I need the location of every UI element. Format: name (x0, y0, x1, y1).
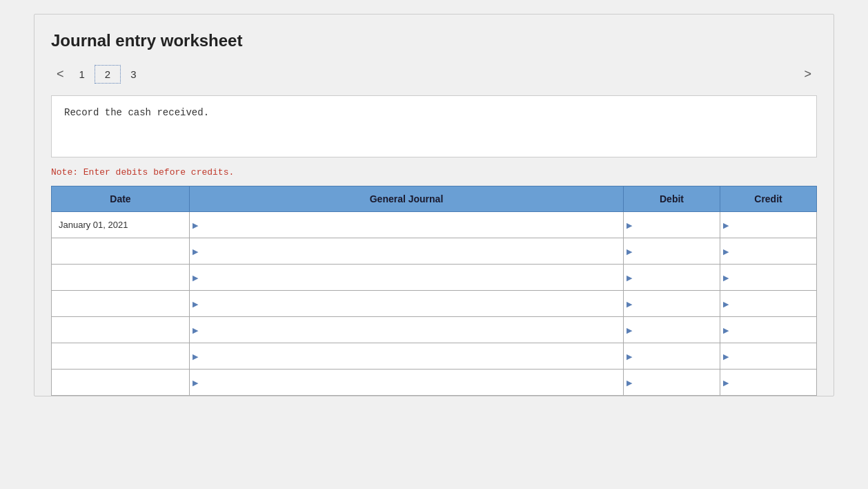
page-3[interactable]: 3 (121, 66, 146, 83)
credit-input[interactable] (726, 378, 811, 388)
entry-arrow-icon: ▶ (193, 299, 198, 308)
credit-input[interactable] (726, 220, 811, 231)
credit-input[interactable] (726, 325, 811, 336)
table-row: ▶▶▶ (52, 343, 817, 370)
entry-arrow-icon: ▶ (193, 220, 198, 229)
debit-input[interactable] (629, 299, 714, 309)
next-arrow[interactable]: > (798, 64, 817, 84)
debit-arrow-icon: ▶ (627, 247, 632, 256)
credit-cell[interactable]: ▶ (720, 265, 817, 291)
entry-arrow-icon: ▶ (193, 378, 198, 387)
debit-input[interactable] (629, 378, 714, 388)
credit-arrow-icon: ▶ (723, 220, 729, 229)
journal-input[interactable] (202, 352, 618, 362)
header-general-journal: General Journal (190, 186, 624, 212)
header-date: Date (52, 186, 190, 212)
journal-input[interactable] (202, 220, 618, 231)
credit-cell[interactable]: ▶ (720, 343, 817, 370)
entry-arrow-icon: ▶ (193, 325, 198, 334)
credit-cell[interactable]: ▶ (720, 212, 817, 238)
credit-arrow-icon: ▶ (723, 352, 729, 361)
credit-arrow-icon: ▶ (723, 378, 729, 387)
page-2[interactable]: 2 (95, 65, 121, 84)
journal-input[interactable] (202, 325, 618, 336)
journal-cell[interactable]: ▶ (190, 212, 624, 238)
credit-cell[interactable]: ▶ (720, 317, 817, 343)
debit-cell[interactable]: ▶ (624, 291, 720, 317)
table-row: ▶▶▶ (52, 238, 817, 265)
journal-cell[interactable]: ▶ (190, 238, 624, 265)
credit-cell[interactable]: ▶ (720, 370, 817, 396)
table-row: ▶▶▶ (52, 370, 817, 396)
date-cell (52, 265, 190, 291)
debit-input[interactable] (629, 325, 714, 336)
table-row: ▶▶▶ (52, 291, 817, 317)
debit-cell[interactable]: ▶ (624, 370, 720, 396)
instruction-box: Record the cash received. (51, 95, 817, 157)
page-1[interactable]: 1 (70, 66, 95, 83)
credit-arrow-icon: ▶ (723, 247, 729, 256)
journal-input[interactable] (202, 378, 618, 388)
page-wrapper: Journal entry worksheet < 1 2 3 > Record… (0, 0, 868, 489)
header-debit: Debit (624, 186, 720, 212)
debit-arrow-icon: ▶ (627, 299, 632, 308)
table-row: January 01, 2021▶▶▶ (52, 212, 817, 238)
credit-input[interactable] (726, 247, 811, 257)
date-cell (52, 343, 190, 370)
date-cell (52, 238, 190, 265)
credit-cell[interactable]: ▶ (720, 238, 817, 265)
credit-input[interactable] (726, 273, 811, 283)
journal-cell[interactable]: ▶ (190, 317, 624, 343)
debit-cell[interactable]: ▶ (624, 317, 720, 343)
pagination-row: < 1 2 3 > (51, 64, 817, 84)
prev-arrow[interactable]: < (51, 64, 70, 84)
debit-arrow-icon: ▶ (627, 220, 632, 229)
debit-input[interactable] (629, 352, 714, 362)
worksheet-title: Journal entry worksheet (51, 31, 817, 50)
instruction-text: Record the cash received. (64, 107, 804, 118)
credit-input[interactable] (726, 299, 811, 309)
debit-cell[interactable]: ▶ (624, 265, 720, 291)
worksheet-container: Journal entry worksheet < 1 2 3 > Record… (34, 14, 834, 396)
table-row: ▶▶▶ (52, 265, 817, 291)
debit-arrow-icon: ▶ (627, 273, 632, 282)
debit-cell[interactable]: ▶ (624, 212, 720, 238)
credit-arrow-icon: ▶ (723, 273, 729, 282)
journal-cell[interactable]: ▶ (190, 343, 624, 370)
credit-arrow-icon: ▶ (723, 325, 729, 334)
journal-cell[interactable]: ▶ (190, 370, 624, 396)
journal-input[interactable] (202, 273, 618, 283)
debit-arrow-icon: ▶ (627, 325, 632, 334)
credit-arrow-icon: ▶ (723, 299, 729, 308)
date-cell: January 01, 2021 (52, 212, 190, 238)
header-credit: Credit (720, 186, 817, 212)
note-text: Note: Enter debits before credits. (51, 167, 817, 178)
journal-cell[interactable]: ▶ (190, 265, 624, 291)
date-cell (52, 291, 190, 317)
entry-arrow-icon: ▶ (193, 352, 198, 361)
entry-arrow-icon: ▶ (193, 247, 198, 256)
entry-arrow-icon: ▶ (193, 273, 198, 282)
debit-cell[interactable]: ▶ (624, 238, 720, 265)
debit-input[interactable] (629, 220, 714, 231)
debit-cell[interactable]: ▶ (624, 343, 720, 370)
journal-input[interactable] (202, 299, 618, 309)
journal-cell[interactable]: ▶ (190, 291, 624, 317)
debit-input[interactable] (629, 273, 714, 283)
credit-cell[interactable]: ▶ (720, 291, 817, 317)
debit-arrow-icon: ▶ (627, 378, 632, 387)
journal-input[interactable] (202, 247, 618, 257)
table-row: ▶▶▶ (52, 317, 817, 343)
credit-input[interactable] (726, 352, 811, 362)
debit-input[interactable] (629, 247, 714, 257)
debit-arrow-icon: ▶ (627, 352, 632, 361)
date-cell (52, 317, 190, 343)
date-cell (52, 370, 190, 396)
journal-table: Date General Journal Debit Credit Januar… (51, 186, 817, 396)
